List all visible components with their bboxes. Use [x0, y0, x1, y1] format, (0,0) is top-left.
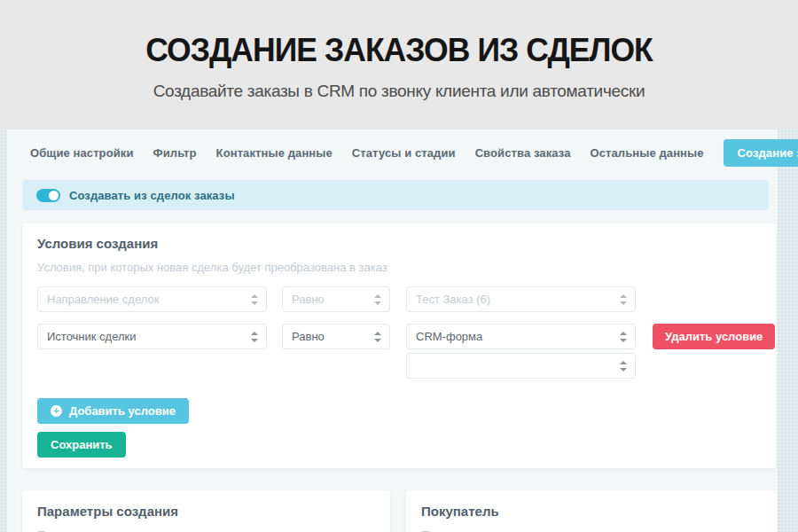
create-orders-toggle-bar: Создавать из сделок заказы: [22, 180, 769, 210]
delete-condition-button[interactable]: Удалить условие: [653, 324, 775, 349]
tab-filter[interactable]: Фильтр: [153, 146, 197, 160]
select-caret-icon: [620, 361, 627, 372]
buyer-card-subtitle: Параметры синхронизации контакта сделки …: [421, 528, 763, 532]
page-subtitle: Создавайте заказы в CRM по звонку клиент…: [0, 82, 798, 101]
condition-rows: Направление сделок Равно Тест Заказ (6): [37, 286, 771, 390]
select-caret-icon: [374, 294, 381, 305]
select-caret-icon: [251, 332, 258, 342]
add-condition-label: Добавить условие: [69, 404, 176, 418]
conditions-card: Условия создания Условия, при которых но…: [22, 223, 776, 468]
tab-general-settings[interactable]: Общие настройки: [30, 146, 134, 160]
tab-statuses-stages[interactable]: Статусы и стадии: [352, 146, 456, 160]
settings-panel: Общие настройки Фильтр Контактные данные…: [7, 129, 778, 532]
creation-params-subtitle: Параметры для создания нового заказа из …: [37, 528, 375, 532]
condition-value-select[interactable]: Тест Заказ (6): [406, 286, 636, 312]
condition-row: Направление сделок Равно Тест Заказ (6): [37, 286, 771, 312]
page-header: СОЗДАНИЕ ЗАКАЗОВ ИЗ СДЕЛОК Создавайте за…: [0, 0, 798, 129]
condition-operator-select[interactable]: Равно: [282, 286, 390, 312]
tab-contact-data[interactable]: Контактные данные: [216, 146, 332, 160]
content-area: Общие настройки Фильтр Контактные данные…: [0, 129, 798, 532]
buyer-card: Покупатель Параметры синхронизации конта…: [406, 490, 778, 532]
plus-icon: +: [51, 405, 62, 417]
tab-order-creation[interactable]: Создание заказа: [724, 139, 798, 167]
tab-bar: Общие настройки Фильтр Контактные данные…: [30, 138, 769, 167]
condition-row-extra: [37, 353, 771, 379]
create-orders-toggle-label: Создавать из сделок заказы: [69, 189, 235, 202]
create-orders-toggle[interactable]: [36, 189, 60, 202]
conditions-card-subtitle: Условия, при которых новая сделка будет …: [37, 261, 761, 274]
condition-extra-value-select[interactable]: [406, 353, 636, 379]
buyer-card-title: Покупатель: [421, 504, 763, 519]
tab-order-properties[interactable]: Свойства заказа: [475, 146, 571, 160]
creation-params-card: Параметры создания Параметры для создани…: [22, 490, 390, 532]
select-caret-icon: [374, 332, 381, 342]
toggle-knob: [49, 191, 59, 200]
select-caret-icon: [251, 294, 258, 305]
condition-operator-value: Равно: [292, 293, 325, 306]
select-caret-icon: [620, 332, 627, 342]
tab-other-data[interactable]: Остальные данные: [590, 146, 703, 160]
condition-value-text: Тест Заказ (6): [416, 293, 490, 306]
condition-operator-value: Равно: [292, 330, 325, 343]
conditions-card-title: Условия создания: [37, 236, 761, 251]
save-button[interactable]: Сохранить: [37, 432, 126, 458]
condition-row: Источник сделки Равно CRM-форма Удалить …: [37, 324, 771, 349]
creation-params-title: Параметры создания: [37, 504, 375, 519]
condition-value-select[interactable]: CRM-форма: [406, 324, 636, 349]
page-title: СОЗДАНИЕ ЗАКАЗОВ ИЗ СДЕЛОК: [16, 32, 782, 69]
add-condition-button[interactable]: + Добавить условие: [37, 398, 189, 424]
condition-field-value: Направление сделок: [47, 293, 159, 306]
condition-value-text: CRM-форма: [416, 330, 482, 343]
condition-field-select[interactable]: Направление сделок: [37, 286, 267, 312]
condition-operator-select[interactable]: Равно: [282, 324, 390, 349]
condition-field-value: Источник сделки: [47, 330, 137, 343]
condition-field-select[interactable]: Источник сделки: [37, 324, 267, 349]
select-caret-icon: [620, 294, 627, 305]
